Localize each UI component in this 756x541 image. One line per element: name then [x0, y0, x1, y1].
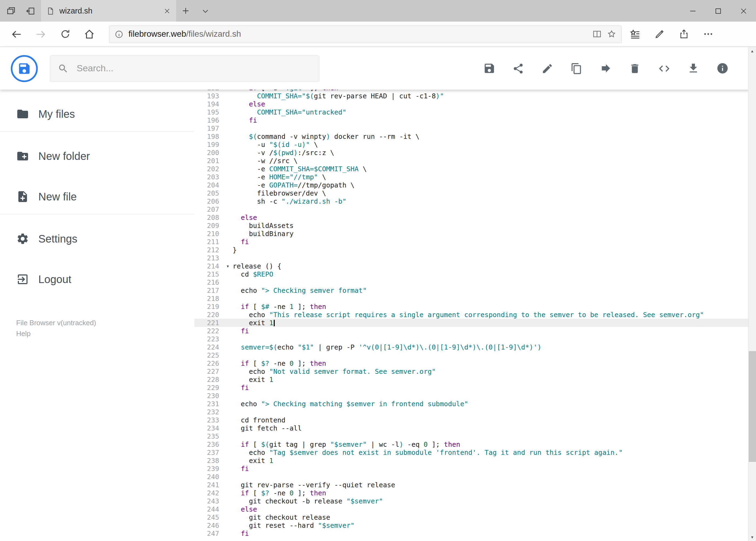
- code-line[interactable]: 212}: [194, 246, 756, 254]
- code-line[interactable]: 206 sh -c "./wizard.sh -b": [194, 197, 756, 205]
- refresh-icon[interactable]: [53, 23, 77, 45]
- rename-button[interactable]: [541, 62, 554, 75]
- search-box[interactable]: [50, 55, 320, 82]
- minimize-button[interactable]: [680, 0, 705, 22]
- code-line[interactable]: 224 semver=$(echo "$1" | grep -P '^v(0|[…: [194, 343, 756, 351]
- code-line[interactable]: 242 if [ $? -ne 0 ]; then: [194, 489, 756, 497]
- code-line[interactable]: 240: [194, 473, 756, 481]
- code-line[interactable]: 209 buildAssets: [194, 222, 756, 230]
- raw-code-button[interactable]: [658, 62, 670, 75]
- code-line[interactable]: 208 else: [194, 214, 756, 222]
- sidebar-item-new-file[interactable]: New file: [0, 182, 194, 212]
- code-line[interactable]: 247 fi: [194, 529, 756, 537]
- favorite-star-icon[interactable]: [607, 29, 617, 39]
- code-line[interactable]: 202 -e COMMIT_SHA=$COMMIT_SHA \: [194, 165, 756, 173]
- code-line[interactable]: 207: [194, 205, 756, 214]
- share-button[interactable]: [512, 62, 524, 75]
- tab-close-icon[interactable]: [163, 7, 170, 14]
- code-line[interactable]: 221 exit 1: [194, 319, 756, 327]
- code-line[interactable]: 236 if [ $(git tag | grep "$semver" | wc…: [194, 440, 756, 448]
- code-line[interactable]: 226 if [ $? -ne 0 ]; then: [194, 359, 756, 367]
- code-line[interactable]: 215 cd $REPO: [194, 270, 756, 278]
- info-button[interactable]: [716, 62, 728, 75]
- code-line[interactable]: 204 -e GOPATH=//tmp/gopath \: [194, 181, 756, 189]
- move-button[interactable]: [600, 62, 612, 75]
- code-line[interactable]: 230: [194, 392, 756, 400]
- new-tab-button[interactable]: [176, 0, 195, 22]
- code-line[interactable]: 246 git reset --hard "$semver": [194, 521, 756, 529]
- code-line[interactable]: 217 echo "> Checking semver format": [194, 286, 756, 294]
- sidebar-item-settings[interactable]: Settings: [0, 224, 194, 254]
- delete-button[interactable]: [629, 62, 641, 75]
- code-line[interactable]: 243 git checkout -b release "$semver": [194, 497, 756, 505]
- code-line[interactable]: 235: [194, 432, 756, 440]
- code-line[interactable]: 205 filebrowser/dev \: [194, 189, 756, 197]
- code-line[interactable]: 220 echo "This release script requires a…: [194, 310, 756, 319]
- tab-preview-icon[interactable]: [1, 0, 21, 22]
- code-line[interactable]: 201 -w //src \: [194, 157, 756, 165]
- code-editor[interactable]: 192 if [ -d ".git" ]; then193 COMMIT_SHA…: [194, 90, 756, 541]
- code-line[interactable]: 214▾release () {: [194, 262, 756, 270]
- back-icon[interactable]: [4, 23, 29, 45]
- code-line[interactable]: 237 echo "Tag $semver does not exist in …: [194, 448, 756, 456]
- code-line[interactable]: 211 fi: [194, 238, 756, 246]
- code-line[interactable]: 241 git rev-parse --verify --quiet relea…: [194, 481, 756, 489]
- code-line[interactable]: 232: [194, 408, 756, 416]
- home-icon[interactable]: [77, 23, 102, 45]
- site-info-icon[interactable]: [115, 29, 124, 39]
- code-line[interactable]: 233 cd frontend: [194, 416, 756, 424]
- code-line[interactable]: 210 buildBinary: [194, 230, 756, 238]
- code-line[interactable]: 197: [194, 124, 756, 132]
- more-menu-icon[interactable]: [696, 23, 720, 45]
- browser-tab[interactable]: wizard.sh: [41, 0, 176, 22]
- code-line[interactable]: 225: [194, 351, 756, 359]
- code-line[interactable]: 194 else: [194, 100, 756, 108]
- maximize-button[interactable]: [705, 0, 731, 22]
- set-aside-tabs-icon[interactable]: [21, 0, 40, 22]
- copy-button[interactable]: [570, 62, 583, 75]
- code-line[interactable]: 192 if [ -d ".git" ]; then: [194, 90, 756, 92]
- code-line[interactable]: 216: [194, 278, 756, 286]
- scrollbar-down-icon[interactable]: ▼: [748, 533, 756, 541]
- code-line[interactable]: 196 fi: [194, 116, 756, 124]
- help-link[interactable]: Help: [16, 329, 194, 339]
- code-line[interactable]: 218: [194, 294, 756, 302]
- code-line[interactable]: 231 echo "> Checking matching $semver in…: [194, 400, 756, 408]
- code-line[interactable]: 245 git checkout release: [194, 513, 756, 521]
- code-line[interactable]: 200 -v /$(pwd):/src:z \: [194, 149, 756, 157]
- code-line[interactable]: 198 $(command -v winpty) docker run --rm…: [194, 132, 756, 141]
- forward-icon[interactable]: [29, 23, 53, 45]
- download-button[interactable]: [687, 62, 699, 75]
- save-button[interactable]: [483, 62, 495, 75]
- code-line[interactable]: 244 else: [194, 505, 756, 513]
- code-line[interactable]: 213: [194, 254, 756, 262]
- code-line[interactable]: 222 fi: [194, 327, 756, 335]
- tab-list-dropdown-icon[interactable]: [195, 0, 215, 22]
- sidebar-item-new-folder[interactable]: New folder: [0, 141, 194, 171]
- close-button[interactable]: [731, 0, 756, 22]
- search-input[interactable]: [76, 62, 312, 74]
- code-line[interactable]: 227 echo "Not valid semver format. See s…: [194, 367, 756, 375]
- code-line[interactable]: 234 git fetch --all: [194, 424, 756, 432]
- code-line[interactable]: 239 fi: [194, 465, 756, 473]
- sidebar-item-my-files[interactable]: My files: [0, 99, 194, 129]
- code-line[interactable]: 238 exit 1: [194, 456, 756, 465]
- scrollbar-up-icon[interactable]: ▲: [748, 47, 756, 55]
- reading-view-icon[interactable]: [592, 29, 602, 39]
- code-line[interactable]: 195 COMMIT_SHA="untracked": [194, 108, 756, 116]
- share-page-icon[interactable]: [671, 23, 696, 45]
- code-line[interactable]: 219 if [ $# -ne 1 ]; then: [194, 302, 756, 310]
- ink-note-icon[interactable]: [647, 23, 671, 45]
- code-line[interactable]: 193 COMMIT_SHA="$(git rev-parse HEAD | c…: [194, 92, 756, 100]
- code-line[interactable]: 228 exit 1: [194, 375, 756, 383]
- hub-favorites-icon[interactable]: [623, 23, 647, 45]
- browser-scrollbar[interactable]: ▲ ▼: [748, 47, 756, 541]
- scrollbar-thumb[interactable]: [748, 351, 756, 462]
- code-line[interactable]: 199 -u "$(id -u)" \: [194, 141, 756, 149]
- address-bar[interactable]: filebrowser.web/files/wizard.sh: [109, 25, 622, 43]
- filebrowser-logo[interactable]: [11, 55, 38, 82]
- fold-marker-icon[interactable]: ▾: [226, 262, 229, 270]
- sidebar-item-logout[interactable]: Logout: [0, 264, 194, 294]
- code-line[interactable]: 229 fi: [194, 383, 756, 392]
- code-line[interactable]: 223: [194, 335, 756, 343]
